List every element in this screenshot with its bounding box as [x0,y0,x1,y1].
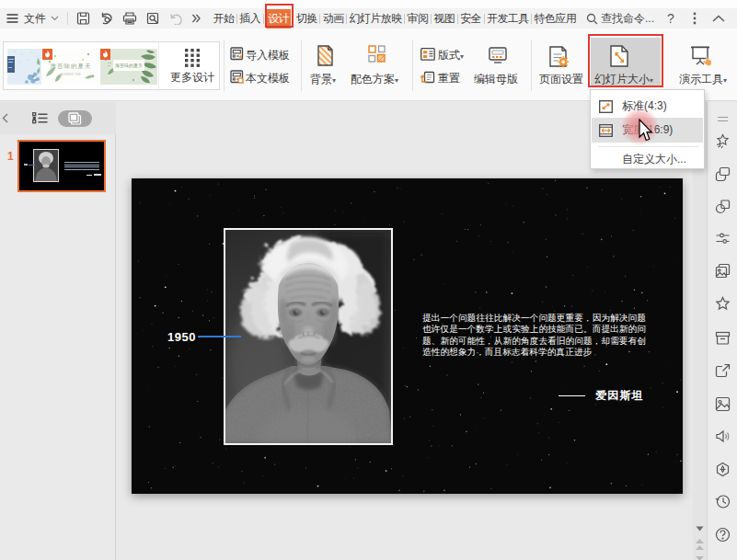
svg-text:SUMMER TIME: SUMMER TIME [61,73,80,76]
svg-text:海苔味的夏天: 海苔味的夏天 [51,63,92,70]
svg-text:海苔味的夏天: 海苔味的夏天 [115,63,143,69]
